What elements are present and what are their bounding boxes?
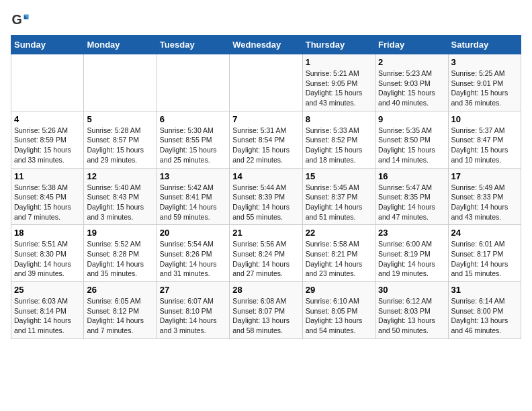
calendar-cell: 26Sunrise: 6:05 AM Sunset: 8:12 PM Dayli… bbox=[84, 282, 157, 339]
day-info: Sunrise: 5:44 AM Sunset: 8:39 PM Dayligh… bbox=[232, 183, 299, 222]
day-info: Sunrise: 5:30 AM Sunset: 8:55 PM Dayligh… bbox=[160, 126, 226, 165]
logo: G bbox=[11, 11, 32, 30]
calendar-cell: 30Sunrise: 6:12 AM Sunset: 8:03 PM Dayli… bbox=[375, 282, 448, 339]
day-info: Sunrise: 6:00 AM Sunset: 8:19 PM Dayligh… bbox=[378, 239, 445, 279]
calendar-cell: 13Sunrise: 5:42 AM Sunset: 8:41 PM Dayli… bbox=[157, 168, 229, 225]
calendar-cell bbox=[84, 54, 157, 111]
day-number: 8 bbox=[306, 114, 372, 124]
svg-text:G: G bbox=[11, 12, 21, 27]
day-info: Sunrise: 6:01 AM Sunset: 8:17 PM Dayligh… bbox=[451, 239, 518, 279]
day-number: 30 bbox=[378, 285, 445, 295]
week-row-4: 18Sunrise: 5:51 AM Sunset: 8:30 PM Dayli… bbox=[11, 225, 521, 282]
day-number: 31 bbox=[451, 285, 518, 295]
calendar-table: SundayMondayTuesdayWednesdayThursdayFrid… bbox=[11, 35, 521, 339]
day-info: Sunrise: 5:49 AM Sunset: 8:33 PM Dayligh… bbox=[451, 183, 518, 222]
day-info: Sunrise: 5:56 AM Sunset: 8:24 PM Dayligh… bbox=[232, 239, 299, 279]
calendar-cell: 9Sunrise: 5:35 AM Sunset: 8:50 PM Daylig… bbox=[375, 111, 448, 168]
day-info: Sunrise: 5:28 AM Sunset: 8:57 PM Dayligh… bbox=[87, 126, 153, 165]
calendar-cell: 31Sunrise: 6:14 AM Sunset: 8:00 PM Dayli… bbox=[448, 282, 521, 339]
calendar-cell: 14Sunrise: 5:44 AM Sunset: 8:39 PM Dayli… bbox=[230, 168, 302, 225]
day-info: Sunrise: 6:08 AM Sunset: 8:07 PM Dayligh… bbox=[232, 296, 299, 336]
calendar-cell: 25Sunrise: 6:03 AM Sunset: 8:14 PM Dayli… bbox=[11, 282, 84, 339]
day-info: Sunrise: 5:42 AM Sunset: 8:41 PM Dayligh… bbox=[160, 183, 226, 222]
day-info: Sunrise: 6:10 AM Sunset: 8:05 PM Dayligh… bbox=[306, 296, 372, 336]
day-info: Sunrise: 5:25 AM Sunset: 9:01 PM Dayligh… bbox=[451, 68, 518, 108]
day-number: 27 bbox=[160, 285, 226, 295]
day-number: 14 bbox=[232, 171, 299, 181]
day-number: 9 bbox=[378, 114, 445, 124]
day-number: 23 bbox=[378, 228, 445, 238]
day-number: 5 bbox=[87, 114, 153, 124]
calendar-cell: 3Sunrise: 5:25 AM Sunset: 9:01 PM Daylig… bbox=[448, 54, 521, 111]
day-info: Sunrise: 5:54 AM Sunset: 8:26 PM Dayligh… bbox=[160, 239, 226, 279]
day-number: 11 bbox=[14, 171, 81, 181]
calendar-cell: 4Sunrise: 5:26 AM Sunset: 8:59 PM Daylig… bbox=[11, 111, 84, 168]
day-info: Sunrise: 5:23 AM Sunset: 9:03 PM Dayligh… bbox=[378, 68, 445, 108]
calendar-cell bbox=[11, 54, 84, 111]
calendar-cell: 28Sunrise: 6:08 AM Sunset: 8:07 PM Dayli… bbox=[230, 282, 302, 339]
calendar-cell: 22Sunrise: 5:58 AM Sunset: 8:21 PM Dayli… bbox=[302, 225, 375, 282]
day-info: Sunrise: 5:40 AM Sunset: 8:43 PM Dayligh… bbox=[87, 183, 153, 222]
day-info: Sunrise: 5:47 AM Sunset: 8:35 PM Dayligh… bbox=[378, 183, 445, 222]
calendar-cell: 7Sunrise: 5:31 AM Sunset: 8:54 PM Daylig… bbox=[230, 111, 302, 168]
day-number: 1 bbox=[306, 57, 372, 67]
day-info: Sunrise: 5:37 AM Sunset: 8:47 PM Dayligh… bbox=[451, 126, 518, 165]
day-number: 10 bbox=[451, 114, 518, 124]
day-header-friday: Friday bbox=[375, 36, 448, 54]
day-info: Sunrise: 5:52 AM Sunset: 8:28 PM Dayligh… bbox=[87, 239, 153, 279]
calendar-cell: 17Sunrise: 5:49 AM Sunset: 8:33 PM Dayli… bbox=[448, 168, 521, 225]
day-number: 24 bbox=[451, 228, 518, 238]
day-info: Sunrise: 5:51 AM Sunset: 8:30 PM Dayligh… bbox=[14, 239, 81, 279]
day-number: 21 bbox=[232, 228, 299, 238]
calendar-cell bbox=[230, 54, 302, 111]
day-number: 19 bbox=[87, 228, 153, 238]
calendar-cell bbox=[157, 54, 229, 111]
calendar-cell: 24Sunrise: 6:01 AM Sunset: 8:17 PM Dayli… bbox=[448, 225, 521, 282]
calendar-cell: 1Sunrise: 5:21 AM Sunset: 9:05 PM Daylig… bbox=[302, 54, 375, 111]
calendar-cell: 29Sunrise: 6:10 AM Sunset: 8:05 PM Dayli… bbox=[302, 282, 375, 339]
day-info: Sunrise: 6:07 AM Sunset: 8:10 PM Dayligh… bbox=[160, 296, 226, 336]
calendar-cell: 18Sunrise: 5:51 AM Sunset: 8:30 PM Dayli… bbox=[11, 225, 84, 282]
day-header-thursday: Thursday bbox=[302, 36, 375, 54]
day-number: 20 bbox=[160, 228, 226, 238]
day-number: 17 bbox=[451, 171, 518, 181]
week-row-5: 25Sunrise: 6:03 AM Sunset: 8:14 PM Dayli… bbox=[11, 282, 521, 339]
day-number: 6 bbox=[160, 114, 226, 124]
day-info: Sunrise: 5:33 AM Sunset: 8:52 PM Dayligh… bbox=[306, 126, 372, 165]
day-header-monday: Monday bbox=[84, 36, 157, 54]
calendar-cell: 15Sunrise: 5:45 AM Sunset: 8:37 PM Dayli… bbox=[302, 168, 375, 225]
day-number: 7 bbox=[232, 114, 299, 124]
calendar-cell: 5Sunrise: 5:28 AM Sunset: 8:57 PM Daylig… bbox=[84, 111, 157, 168]
day-number: 3 bbox=[451, 57, 518, 67]
week-row-2: 4Sunrise: 5:26 AM Sunset: 8:59 PM Daylig… bbox=[11, 111, 521, 168]
day-header-sunday: Sunday bbox=[11, 36, 84, 54]
calendar-cell: 2Sunrise: 5:23 AM Sunset: 9:03 PM Daylig… bbox=[375, 54, 448, 111]
day-number: 2 bbox=[378, 57, 445, 67]
day-number: 22 bbox=[306, 228, 372, 238]
week-row-1: 1Sunrise: 5:21 AM Sunset: 9:05 PM Daylig… bbox=[11, 54, 521, 111]
day-number: 25 bbox=[14, 285, 81, 295]
calendar-cell: 23Sunrise: 6:00 AM Sunset: 8:19 PM Dayli… bbox=[375, 225, 448, 282]
day-number: 13 bbox=[160, 171, 226, 181]
day-info: Sunrise: 6:05 AM Sunset: 8:12 PM Dayligh… bbox=[87, 296, 153, 336]
day-number: 16 bbox=[378, 171, 445, 181]
day-info: Sunrise: 6:03 AM Sunset: 8:14 PM Dayligh… bbox=[14, 296, 81, 336]
day-info: Sunrise: 6:12 AM Sunset: 8:03 PM Dayligh… bbox=[378, 296, 445, 336]
calendar-cell: 16Sunrise: 5:47 AM Sunset: 8:35 PM Dayli… bbox=[375, 168, 448, 225]
calendar-cell: 10Sunrise: 5:37 AM Sunset: 8:47 PM Dayli… bbox=[448, 111, 521, 168]
day-number: 12 bbox=[87, 171, 153, 181]
day-info: Sunrise: 5:21 AM Sunset: 9:05 PM Dayligh… bbox=[306, 68, 372, 108]
calendar-cell: 27Sunrise: 6:07 AM Sunset: 8:10 PM Dayli… bbox=[157, 282, 229, 339]
day-info: Sunrise: 5:35 AM Sunset: 8:50 PM Dayligh… bbox=[378, 126, 445, 165]
day-info: Sunrise: 5:26 AM Sunset: 8:59 PM Dayligh… bbox=[14, 126, 81, 165]
day-info: Sunrise: 5:45 AM Sunset: 8:37 PM Dayligh… bbox=[306, 183, 372, 222]
day-number: 28 bbox=[232, 285, 299, 295]
logo-icon: G bbox=[11, 11, 30, 30]
calendar-cell: 20Sunrise: 5:54 AM Sunset: 8:26 PM Dayli… bbox=[157, 225, 229, 282]
header-row: SundayMondayTuesdayWednesdayThursdayFrid… bbox=[11, 36, 521, 54]
day-number: 15 bbox=[306, 171, 372, 181]
calendar-cell: 11Sunrise: 5:38 AM Sunset: 8:45 PM Dayli… bbox=[11, 168, 84, 225]
page-header: G bbox=[11, 11, 521, 30]
calendar-cell: 6Sunrise: 5:30 AM Sunset: 8:55 PM Daylig… bbox=[157, 111, 229, 168]
calendar-cell: 8Sunrise: 5:33 AM Sunset: 8:52 PM Daylig… bbox=[302, 111, 375, 168]
